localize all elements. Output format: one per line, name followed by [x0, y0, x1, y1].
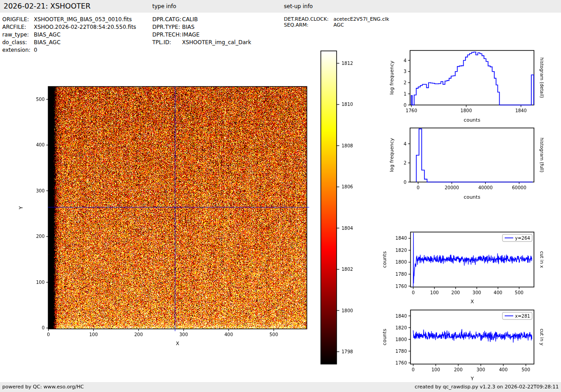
- hist-detail-data-line: [411, 52, 534, 105]
- info-row-dprtype: DPR.TYPE:BIAS: [152, 23, 195, 31]
- y-tick-label: 2: [404, 160, 406, 165]
- y-tick-label: 1780: [396, 272, 407, 277]
- hist-full-axes: 0200004000060000024countslog frequencyhi…: [389, 128, 544, 200]
- info-row-extension: extension:0: [2, 46, 37, 54]
- y-tick-label: 0: [42, 325, 45, 330]
- colorbar-tick-label: 1806: [342, 184, 353, 189]
- colorbar-tick-label: 1810: [342, 102, 353, 107]
- y-tick-label: 1800: [396, 260, 407, 264]
- x-tick-label: 0: [412, 367, 415, 372]
- x-tick-label: 60000: [512, 185, 526, 190]
- cut-x-xlabel: X: [470, 299, 474, 305]
- y-tick-label: 1760: [396, 284, 407, 289]
- y-tick-label: 1: [404, 91, 406, 96]
- legend-label: x=281: [515, 314, 530, 319]
- hist-full-xlabel: counts: [464, 194, 480, 200]
- y-tick-label: 4: [404, 141, 406, 146]
- extension-label: extension:: [2, 46, 34, 54]
- doclass-label: do_class:: [2, 39, 34, 46]
- arcfile-label: ARCFILE:: [2, 23, 34, 31]
- hist-detail-xlabel: counts: [464, 117, 480, 123]
- y-tick-label: 1800: [396, 337, 407, 342]
- x-tick-label: 0: [47, 332, 50, 337]
- hist-full-data-line: [416, 129, 533, 182]
- rawtype-value: BIAS_AGC: [34, 32, 60, 38]
- readclock-value: acetecE2V57I_ENG.clk: [333, 16, 389, 22]
- dprtech-value: IMAGE: [182, 32, 200, 38]
- y-tick-label: 1840: [396, 236, 407, 241]
- y-tick-label: 4: [404, 58, 406, 63]
- x-tick-label: 300: [179, 332, 188, 337]
- info-row-doclass: do_class:BIAS_AGC: [2, 39, 60, 46]
- colorbar-tick-label: 1812: [342, 61, 353, 66]
- x-tick-label: 100: [430, 290, 439, 295]
- footer-right-text: created by qc_rawdisp.py v1.2.3 on 2026-…: [415, 382, 559, 392]
- extension-value: 0: [34, 47, 37, 53]
- y-tick-label: 100: [36, 280, 45, 285]
- readclock-label: DET.READ.CLOCK:: [284, 16, 333, 22]
- info-row-rawtype: raw_type:BIAS_AGC: [2, 31, 60, 38]
- cut-y-ylabel: counts: [382, 328, 388, 345]
- bias-image-heatmap: [48, 87, 307, 329]
- info-row-arcfile: ARCFILE:XSHOO.2026-02-22T08:54:20.550.fi…: [2, 23, 136, 31]
- legend-label: y=264: [515, 236, 530, 241]
- hist-detail-ylabel: log frequency: [389, 60, 395, 95]
- info-row-origfile: ORIGFILE:XSHOOTER_IMG_BIAS_053_0010.fits: [2, 16, 132, 23]
- cut-x-frame: [410, 232, 534, 287]
- dprtype-label: DPR.TYPE:: [152, 23, 182, 31]
- hist-detail-axes: 17601800184001234countslog frequencyhist…: [389, 50, 544, 123]
- cut-x-right-label: cut in x: [539, 251, 544, 268]
- x-tick-label: 20000: [445, 185, 459, 190]
- doclass-value: BIAS_AGC: [34, 39, 60, 46]
- x-tick-label: 400: [499, 367, 507, 372]
- page-title: 2026-02-21: XSHOOTER: [4, 0, 91, 13]
- x-tick-label: 500: [269, 332, 278, 337]
- footer-left-text: powered by QC: www.eso.org/HC: [2, 382, 84, 392]
- y-tick-label: 1840: [396, 314, 407, 319]
- cut-x-data-line: [413, 233, 532, 287]
- cut-y-axes: 010020030040050017601780180018201840Ycou…: [382, 310, 544, 382]
- y-tick-label: 1760: [396, 360, 407, 365]
- cut-y-data-line: [413, 329, 532, 342]
- y-tick-label: 1820: [396, 325, 407, 330]
- info-row-dprcatg: DPR.CATG:CALIB: [152, 16, 198, 23]
- cut-x-legend: y=264: [502, 234, 532, 242]
- y-tick-label: 2: [404, 80, 406, 85]
- y-tick-label: 3: [404, 69, 406, 74]
- hist-detail-right-label: histogram (detail): [539, 58, 544, 98]
- y-tick-label: 300: [36, 188, 45, 193]
- colorbar-tick-label: 1804: [342, 226, 353, 231]
- y-tick-label: 400: [36, 142, 45, 147]
- dprcatg-label: DPR.CATG:: [152, 16, 182, 23]
- cut-x-ylabel: counts: [382, 251, 388, 268]
- colorbar-tick-label: 1800: [342, 308, 353, 313]
- type-info-title: type info: [152, 0, 176, 13]
- dprcatg-value: CALIB: [182, 16, 198, 23]
- hist-full-right-label: histogram (full): [539, 137, 544, 172]
- colorbar-tick-label: 1808: [342, 143, 353, 148]
- x-tick-label: 200: [454, 367, 462, 372]
- seqarm-value: AGC: [333, 22, 344, 28]
- x-tick-label: 200: [134, 332, 143, 337]
- hist-full-frame: [410, 128, 534, 182]
- x-tick-label: 1760: [406, 108, 417, 113]
- x-tick-label: 0: [417, 185, 420, 190]
- setup-info-title: set-up info: [284, 0, 313, 13]
- arcfile-value: XSHOO.2026-02-22T08:54:20.550.fits: [34, 24, 136, 30]
- origfile-label: ORIGFILE:: [2, 16, 34, 23]
- origfile-value: XSHOOTER_IMG_BIAS_053_0010.fits: [34, 16, 132, 23]
- x-tick-label: 500: [515, 290, 524, 295]
- tplid-value: XSHOOTER_img_cal_Dark: [182, 39, 251, 46]
- colorbar-tick-label: 1802: [342, 267, 353, 272]
- colorbar-gradient: [321, 51, 337, 364]
- cut-y-xlabel: Y: [470, 376, 474, 382]
- y-tick-label: 0: [404, 180, 406, 185]
- x-tick-label: 1840: [515, 108, 526, 113]
- x-tick-label: 400: [494, 290, 502, 295]
- info-row-readclock: DET.READ.CLOCK:acetecE2V57I_ENG.clk: [284, 16, 389, 22]
- x-tick-label: 200: [452, 290, 460, 295]
- hist-full-ylabel: log frequency: [389, 138, 395, 172]
- y-tick-label: 0: [404, 103, 406, 108]
- y-tick-label: 500: [36, 97, 45, 102]
- x-tick-label: 400: [224, 332, 233, 337]
